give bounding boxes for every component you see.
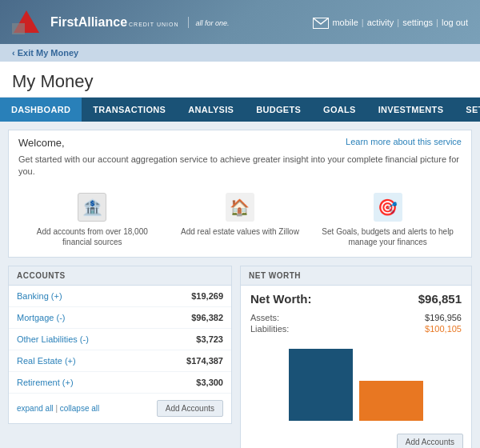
welcome-icon-goal: Set Goals, budgets and alerts to help ma… bbox=[322, 193, 454, 247]
house-icon bbox=[226, 193, 254, 222]
accounts-header: ACCOUNTS bbox=[9, 266, 231, 286]
learn-more-link[interactable]: Learn more about this service bbox=[346, 137, 462, 146]
svg-rect-1 bbox=[12, 23, 25, 34]
welcome-icons-row: Add accounts from over 18,000 financial … bbox=[9, 186, 471, 257]
assets-label: Assets: bbox=[250, 313, 279, 322]
two-column-layout: ACCOUNTS Banking (+) $19,269 Mortgage (-… bbox=[8, 266, 472, 448]
exit-link[interactable]: Exit My Money bbox=[12, 48, 78, 58]
tab-goals[interactable]: GOALS bbox=[312, 98, 367, 122]
chart-bar-assets bbox=[289, 349, 353, 421]
back-bar: Exit My Money bbox=[0, 44, 480, 62]
add-accounts-button[interactable]: Add Accounts bbox=[157, 400, 223, 417]
bank-icon bbox=[78, 193, 106, 222]
bank-icon-label: Add accounts from over 18,000 financial … bbox=[26, 226, 158, 247]
networth-card: NET WORTH Net Worth: $96,851 Assets: $19… bbox=[240, 266, 472, 448]
accounts-card: ACCOUNTS Banking (+) $19,269 Mortgage (-… bbox=[8, 266, 232, 424]
chart-bar-liabilities bbox=[359, 381, 423, 421]
separator3: | bbox=[436, 18, 438, 27]
networth-header-row: Net Worth: $96,851 bbox=[241, 286, 471, 312]
tab-settings[interactable]: SETTINGS bbox=[454, 98, 480, 122]
welcome-card: Welcome, Learn more about this service G… bbox=[8, 130, 472, 258]
account-amount-mortgage: $96,382 bbox=[191, 313, 223, 322]
site-header: FirstAlliance CREDIT UNION all for one. … bbox=[0, 0, 480, 44]
account-row-retirement[interactable]: Retirement (+) $3,300 bbox=[9, 372, 231, 394]
account-row-liabilities[interactable]: Other Liabilities (-) $3,723 bbox=[9, 329, 231, 350]
main-content: Welcome, Learn more about this service G… bbox=[0, 122, 480, 448]
welcome-header: Welcome, Learn more about this service bbox=[9, 130, 471, 152]
expand-all-link[interactable]: expand all bbox=[17, 404, 54, 413]
separator2: | bbox=[397, 18, 399, 27]
navigation-tabs: DASHBOARD TRANSACTIONS ANALYSIS BUDGETS … bbox=[0, 98, 480, 122]
tab-analysis[interactable]: ANALYSIS bbox=[177, 98, 245, 122]
account-name-realestate: Real Estate (+) bbox=[17, 356, 76, 366]
accounts-column: ACCOUNTS Banking (+) $19,269 Mortgage (-… bbox=[8, 266, 232, 448]
account-row-realestate[interactable]: Real Estate (+) $174,387 bbox=[9, 350, 231, 372]
networth-chart bbox=[241, 341, 471, 429]
tab-dashboard[interactable]: DASHBOARD bbox=[0, 98, 82, 122]
logo: FirstAlliance CREDIT UNION all for one. bbox=[12, 9, 230, 36]
networth-amount: $96,851 bbox=[418, 292, 462, 306]
welcome-icon-bank: Add accounts from over 18,000 financial … bbox=[26, 193, 158, 247]
liabilities-value: $100,105 bbox=[425, 324, 462, 334]
chart-bar-assets-rect bbox=[289, 349, 353, 421]
chart-bar-liabilities-rect bbox=[359, 381, 423, 421]
logo-name: FirstAlliance bbox=[50, 15, 127, 30]
account-row-banking[interactable]: Banking (+) $19,269 bbox=[9, 286, 231, 307]
assets-value: $196,956 bbox=[425, 313, 462, 322]
networth-add-accounts-button[interactable]: Add Accounts bbox=[397, 434, 463, 448]
tab-transactions[interactable]: TRANSACTIONS bbox=[82, 98, 177, 122]
collapse-all-link[interactable]: collapse all bbox=[60, 404, 99, 413]
account-amount-banking: $19,269 bbox=[191, 291, 223, 301]
account-amount-realestate: $174,387 bbox=[186, 356, 223, 366]
activity-link[interactable]: activity bbox=[367, 18, 394, 27]
networth-liabilities-row: Liabilities: $100,105 bbox=[250, 323, 462, 334]
expand-collapse-links: expand all | collapse all bbox=[17, 404, 99, 413]
account-row-mortgage[interactable]: Mortgage (-) $96,382 bbox=[9, 307, 231, 329]
networth-card-header: NET WORTH bbox=[241, 266, 471, 286]
goal-icon bbox=[374, 193, 402, 222]
networth-footer: Add Accounts bbox=[241, 429, 471, 448]
logout-link[interactable]: log out bbox=[442, 18, 468, 27]
account-name-banking: Banking (+) bbox=[17, 291, 62, 301]
networth-column: NET WORTH Net Worth: $96,851 Assets: $19… bbox=[240, 266, 472, 448]
mail-icon bbox=[313, 18, 329, 29]
title-area: My Money bbox=[0, 62, 480, 98]
welcome-description: Get started with our account aggregation… bbox=[9, 152, 471, 186]
tab-investments[interactable]: INVESTMENTS bbox=[367, 98, 455, 122]
tab-budgets[interactable]: BUDGETS bbox=[245, 98, 312, 122]
account-amount-liabilities: $3,723 bbox=[196, 334, 223, 344]
account-name-liabilities: Other Liabilities (-) bbox=[17, 334, 89, 344]
liabilities-label: Liabilities: bbox=[250, 324, 289, 334]
account-name-mortgage: Mortgage (-) bbox=[17, 313, 66, 322]
logo-tagline: all for one. bbox=[195, 19, 229, 27]
logo-sub: CREDIT UNION bbox=[129, 22, 178, 27]
account-name-retirement: Retirement (+) bbox=[17, 378, 74, 387]
networth-details: Assets: $196,956 Liabilities: $100,105 bbox=[241, 312, 471, 341]
welcome-title: Welcome, bbox=[18, 137, 65, 149]
page-title: My Money bbox=[0, 62, 480, 97]
separator1: | bbox=[362, 18, 364, 27]
house-icon-label: Add real estate values with Zillow bbox=[174, 226, 306, 237]
settings-link[interactable]: settings bbox=[402, 18, 433, 27]
header-navigation: mobile | activity | settings | log out bbox=[313, 17, 468, 28]
account-amount-retirement: $3,300 bbox=[196, 378, 223, 387]
mobile-link[interactable]: mobile bbox=[332, 18, 358, 27]
networth-title: Net Worth: bbox=[250, 292, 311, 306]
goal-icon-label: Set Goals, budgets and alerts to help ma… bbox=[322, 226, 454, 247]
welcome-icon-house: Add real estate values with Zillow bbox=[174, 193, 306, 247]
accounts-footer: expand all | collapse all Add Accounts bbox=[9, 394, 231, 423]
networth-assets-row: Assets: $196,956 bbox=[250, 312, 462, 323]
